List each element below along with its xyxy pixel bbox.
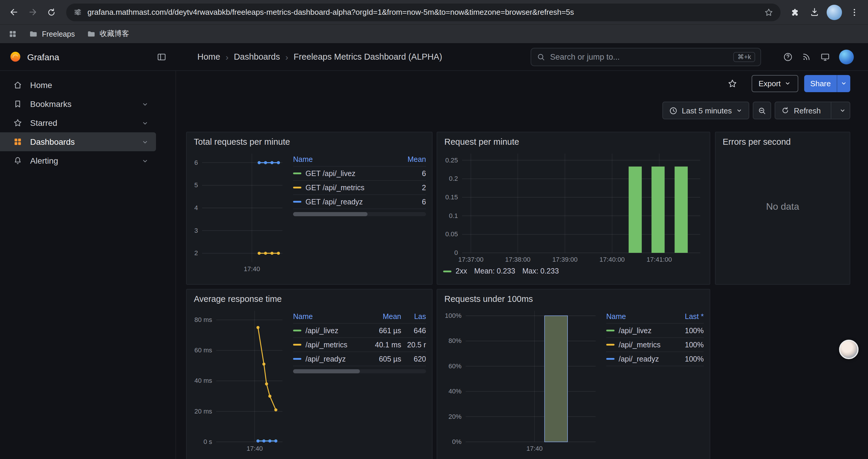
legend-row: GET /api/_livez6 — [293, 167, 426, 181]
chevron-down-icon[interactable] — [141, 100, 149, 108]
svg-text:0.2: 0.2 — [449, 175, 458, 182]
panel-title[interactable]: Average response time — [187, 290, 432, 305]
total-requests-legend: NameMeanGET /api/_livez6GET /api/_metric… — [287, 149, 427, 274]
legend-swatch — [293, 201, 301, 203]
request-per-minute-chart[interactable]: 0.250.20.150.10.05017:37:0017:38:0017:39… — [442, 149, 705, 265]
legend-row: /api/_livez661 µs646 — [293, 324, 426, 338]
forward-button[interactable] — [24, 3, 41, 21]
legend-column-header[interactable]: Mean — [365, 312, 401, 321]
no-data-message: No data — [716, 148, 850, 266]
legend-column-header[interactable]: Last * — [670, 312, 704, 321]
back-button[interactable] — [5, 3, 23, 21]
legend-column-header[interactable]: Name — [293, 155, 388, 163]
svg-text:17:40: 17:40 — [526, 445, 543, 452]
share-dropdown-button[interactable] — [837, 75, 850, 92]
legend-value: 620 — [401, 355, 426, 363]
bookmark-folder-blogs[interactable]: 收藏博客 — [87, 29, 129, 39]
legend-swatch — [293, 344, 301, 346]
legend-series-name[interactable]: /api/_readyz — [293, 355, 365, 363]
sidebar-item-dashboards[interactable]: Dashboards — [0, 132, 156, 151]
floating-chat-avatar[interactable] — [839, 340, 859, 359]
average-response-chart[interactable]: 80 ms60 ms40 ms20 ms0 s17:40 — [191, 306, 287, 454]
chevron-down-icon[interactable] — [141, 157, 149, 165]
svg-text:17:40:00: 17:40:00 — [599, 256, 625, 263]
legend-series-name[interactable]: /api/_readyz — [606, 355, 670, 363]
bookmark-star-icon[interactable] — [764, 7, 773, 17]
legend-series-name[interactable]: GET /api/_livez — [293, 169, 388, 177]
legend-series-name[interactable]: GET /api/_metrics — [293, 184, 388, 192]
apps-icon[interactable] — [8, 30, 17, 38]
svg-text:20 ms: 20 ms — [194, 407, 212, 415]
zoom-out-button[interactable] — [753, 102, 771, 119]
extensions-button[interactable] — [786, 3, 804, 21]
sidebar-item-home[interactable]: Home — [0, 76, 156, 95]
reload-button[interactable] — [42, 3, 60, 21]
bookmark-folder-freeleaps[interactable]: Freeleaps — [29, 30, 75, 38]
address-bar[interactable]: grafana.mathmast.com/d/deytv4rwavabkb/fr… — [66, 3, 780, 21]
legend-column-header[interactable]: Name — [293, 312, 365, 321]
browser-profile-avatar[interactable] — [827, 4, 842, 20]
display-kiosk-button[interactable] — [820, 52, 830, 62]
svg-text:100%: 100% — [445, 312, 462, 319]
scrollbar-thumb[interactable] — [293, 212, 368, 216]
panel-title[interactable]: Total requests per minute — [187, 132, 432, 148]
share-label[interactable]: Share — [804, 75, 837, 92]
scrollbar-thumb[interactable] — [293, 369, 360, 373]
svg-text:0 s: 0 s — [204, 438, 212, 446]
legend-column-header[interactable]: Name — [606, 312, 670, 321]
help-button[interactable] — [783, 52, 793, 62]
breadcrumb-separator: › — [285, 52, 288, 62]
share-button[interactable]: Share — [804, 75, 850, 92]
sidebar-item-bookmarks[interactable]: Bookmarks — [0, 95, 156, 113]
under-100ms-chart[interactable]: 100%80%60%40%20%0%17:40 — [442, 306, 600, 454]
bookmark-label: 收藏博客 — [99, 29, 129, 39]
news-rss-button[interactable] — [802, 52, 811, 61]
legend-header-row: NameMeanLas — [293, 309, 426, 324]
legend-column-header[interactable]: Mean — [388, 155, 426, 163]
refresh-interval-dropdown[interactable] — [836, 102, 850, 119]
panel-title[interactable]: Request per minute — [437, 132, 710, 148]
breadcrumb-home[interactable]: Home — [197, 52, 220, 61]
legend-series-name[interactable]: /api/_livez — [606, 326, 670, 335]
refresh-button[interactable]: Refresh — [775, 102, 850, 119]
legend-scrollbar[interactable] — [293, 212, 426, 216]
browser-menu-button[interactable] — [845, 3, 863, 21]
svg-text:0.05: 0.05 — [445, 230, 458, 238]
search-placeholder: Search or jump to... — [550, 53, 620, 61]
legend-series-name[interactable]: /api/_livez — [293, 326, 365, 335]
legend-swatch — [293, 330, 301, 331]
url-text[interactable]: grafana.mathmast.com/d/deytv4rwavabkb/fr… — [88, 8, 759, 17]
panel-request-per-minute: Request per minute 0.250.20.150.10.05017… — [437, 132, 710, 285]
chevron-down-icon[interactable] — [141, 119, 149, 127]
refresh-action[interactable]: Refresh — [776, 102, 827, 119]
legend-column-header[interactable]: Las — [401, 312, 426, 321]
downloads-button[interactable] — [805, 3, 823, 21]
chevron-down-icon[interactable] — [141, 138, 149, 145]
panel-title[interactable]: Errors per second — [716, 132, 850, 148]
panel-title[interactable]: Requests under 100ms — [437, 290, 710, 305]
site-settings-icon[interactable] — [73, 8, 82, 17]
sidebar-toggle-icon[interactable] — [157, 52, 167, 62]
legend-value: 100% — [670, 355, 704, 363]
svg-text:60%: 60% — [448, 362, 462, 370]
legend-series-name[interactable]: /api/_metrics — [606, 340, 670, 349]
grafana-logo[interactable] — [9, 51, 21, 63]
breadcrumb-dashboards[interactable]: Dashboards — [234, 52, 280, 61]
search-input[interactable]: Search or jump to... ⌘+k — [531, 48, 761, 66]
total-requests-chart[interactable]: 6543217:40 — [191, 149, 287, 274]
svg-text:5: 5 — [194, 182, 198, 189]
export-button[interactable]: Export — [751, 75, 798, 92]
svg-text:80 ms: 80 ms — [194, 316, 212, 323]
svg-text:80%: 80% — [448, 337, 462, 345]
sidebar-item-starred[interactable]: Starred — [0, 113, 156, 132]
time-range-picker[interactable]: Last 5 minutes — [662, 102, 749, 119]
user-avatar[interactable] — [839, 49, 854, 64]
legend-series-name[interactable]: /api/_metrics — [293, 340, 365, 349]
favorite-star-button[interactable] — [727, 78, 737, 88]
legend-scrollbar[interactable] — [293, 369, 426, 373]
legend-series-name[interactable]: 2xx — [456, 267, 467, 275]
legend-swatch — [293, 358, 301, 360]
sidebar-item-alerting[interactable]: Alerting — [0, 151, 156, 170]
legend-series-name[interactable]: GET /api/_readyz — [293, 198, 388, 206]
time-range-label: Last 5 minutes — [682, 106, 732, 115]
